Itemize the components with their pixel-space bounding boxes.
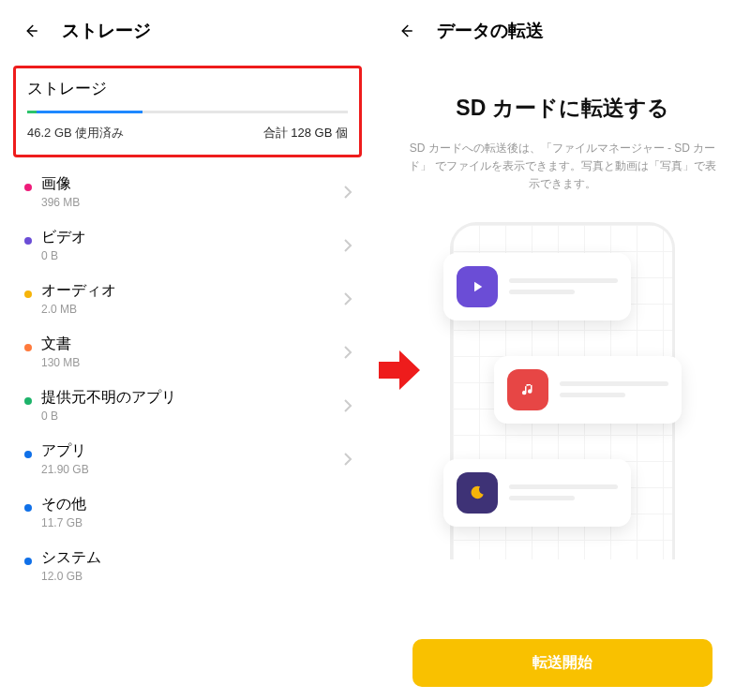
transfer-header: データの転送 bbox=[375, 0, 750, 58]
transfer-title: SD カードに転送する bbox=[401, 94, 724, 123]
transfer-panel: データの転送 SD カードに転送する SD カードへの転送後は、「ファイルマネー… bbox=[375, 0, 750, 700]
category-size: 12.0 GB bbox=[41, 570, 352, 583]
category-item-unknown[interactable]: 提供元不明のアプリ0 B bbox=[0, 379, 375, 432]
category-body: その他11.7 GB bbox=[41, 495, 352, 529]
category-body: 提供元不明のアプリ0 B bbox=[41, 388, 343, 423]
category-label: ビデオ bbox=[41, 228, 343, 247]
chevron-right-icon bbox=[343, 238, 352, 253]
category-list: 画像396 MBビデオ0 Bオーディオ2.0 MB文書130 MB提供元不明のア… bbox=[0, 163, 375, 592]
play-icon bbox=[457, 266, 498, 307]
card-lines bbox=[509, 278, 618, 294]
category-body: アプリ21.90 GB bbox=[41, 441, 343, 476]
category-size: 396 MB bbox=[41, 196, 343, 209]
category-label: その他 bbox=[41, 495, 352, 514]
category-size: 130 MB bbox=[41, 356, 343, 369]
category-body: オーディオ2.0 MB bbox=[41, 281, 343, 316]
storage-total-text: 合計 128 GB 個 bbox=[263, 125, 348, 141]
category-body: 文書130 MB bbox=[41, 335, 343, 369]
storage-summary-box: ストレージ 46.2 GB 使用済み 合計 128 GB 個 bbox=[13, 66, 362, 157]
category-label: オーディオ bbox=[41, 281, 343, 301]
red-arrow-icon bbox=[379, 349, 420, 392]
category-dot-icon bbox=[24, 558, 32, 565]
category-label: 文書 bbox=[41, 335, 343, 354]
music-icon bbox=[507, 369, 548, 410]
illust-card-night bbox=[443, 459, 631, 527]
back-icon[interactable] bbox=[22, 22, 39, 39]
category-item-images[interactable]: 画像396 MB bbox=[0, 165, 375, 218]
transfer-header-title: データの転送 bbox=[437, 19, 544, 43]
category-item-system: システム12.0 GB bbox=[0, 539, 375, 592]
storage-summary-title: ストレージ bbox=[27, 78, 348, 99]
category-item-video[interactable]: ビデオ0 B bbox=[0, 218, 375, 272]
category-item-other: その他11.7 GB bbox=[0, 485, 375, 539]
category-dot-icon bbox=[24, 290, 32, 298]
back-icon[interactable] bbox=[398, 22, 414, 39]
category-dot-icon bbox=[24, 451, 32, 458]
category-dot-icon bbox=[24, 237, 32, 245]
transfer-content: SD カードに転送する SD カードへの転送後は、「ファイルマネージャー - S… bbox=[375, 94, 750, 559]
category-body: 画像396 MB bbox=[41, 174, 343, 209]
chevron-right-icon bbox=[343, 452, 352, 467]
category-label: アプリ bbox=[41, 441, 343, 461]
category-body: システム12.0 GB bbox=[41, 548, 352, 583]
transfer-description: SD カードへの転送後は、「ファイルマネージャー - SD カード」 でファイル… bbox=[401, 140, 724, 194]
storage-header: ストレージ bbox=[0, 0, 375, 58]
moon-icon bbox=[457, 472, 498, 514]
phone-illustration bbox=[450, 222, 675, 559]
chevron-right-icon bbox=[343, 398, 352, 413]
category-size: 11.7 GB bbox=[41, 516, 352, 529]
illust-card-video bbox=[443, 253, 631, 320]
category-label: 提供元不明のアプリ bbox=[41, 388, 343, 408]
category-item-apps[interactable]: アプリ21.90 GB bbox=[0, 432, 375, 485]
storage-summary-row: 46.2 GB 使用済み 合計 128 GB 個 bbox=[27, 125, 348, 141]
category-size: 2.0 MB bbox=[41, 303, 343, 316]
category-dot-icon bbox=[24, 397, 32, 405]
chevron-right-icon bbox=[343, 291, 352, 306]
category-item-audio[interactable]: オーディオ2.0 MB bbox=[0, 272, 375, 325]
illust-card-music bbox=[494, 356, 682, 424]
category-size: 21.90 GB bbox=[41, 463, 343, 476]
category-body: ビデオ0 B bbox=[41, 228, 343, 262]
storage-progress-bar bbox=[27, 111, 348, 113]
category-label: システム bbox=[41, 548, 352, 568]
category-item-docs[interactable]: 文書130 MB bbox=[0, 325, 375, 379]
storage-header-title: ストレージ bbox=[62, 19, 151, 43]
category-dot-icon bbox=[24, 184, 32, 191]
category-dot-icon bbox=[24, 344, 32, 351]
transfer-start-button[interactable]: 転送開始 bbox=[412, 639, 712, 687]
card-lines bbox=[560, 381, 668, 397]
category-size: 0 B bbox=[41, 249, 343, 262]
chevron-right-icon bbox=[343, 345, 352, 360]
storage-used-text: 46.2 GB 使用済み bbox=[27, 125, 124, 141]
card-lines bbox=[509, 484, 618, 500]
category-dot-icon bbox=[24, 504, 32, 512]
category-label: 画像 bbox=[41, 174, 343, 194]
category-size: 0 B bbox=[41, 410, 343, 423]
chevron-right-icon bbox=[343, 185, 352, 200]
storage-panel: ストレージ ストレージ 46.2 GB 使用済み 合計 128 GB 個 画像3… bbox=[0, 0, 375, 700]
